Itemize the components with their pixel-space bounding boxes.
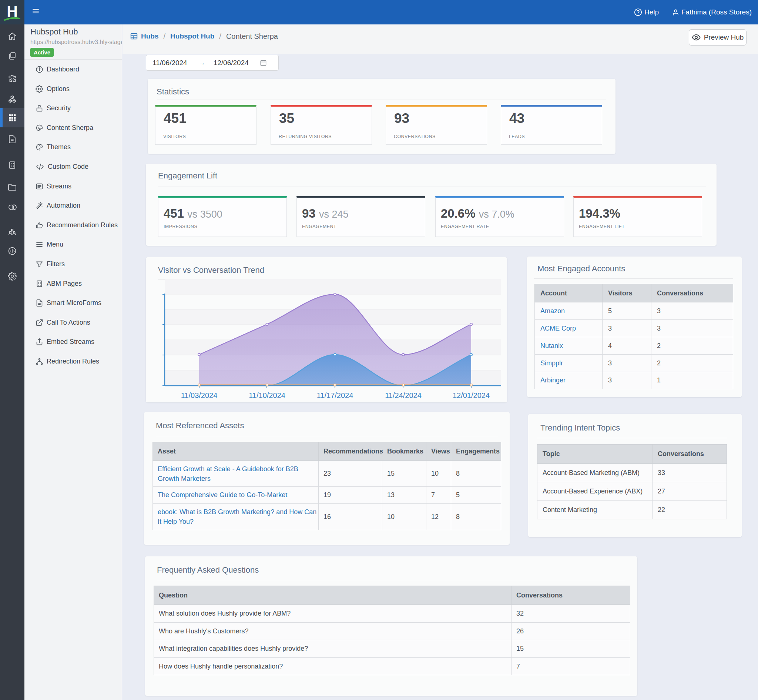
svg-text:12/01/2024: 12/01/2024	[453, 391, 490, 399]
svg-text:11/17/2024: 11/17/2024	[317, 391, 353, 399]
svg-text:11/24/2024: 11/24/2024	[385, 391, 422, 399]
svg-text:11/10/2024: 11/10/2024	[249, 391, 285, 399]
svg-text:11/03/2024: 11/03/2024	[181, 391, 218, 399]
